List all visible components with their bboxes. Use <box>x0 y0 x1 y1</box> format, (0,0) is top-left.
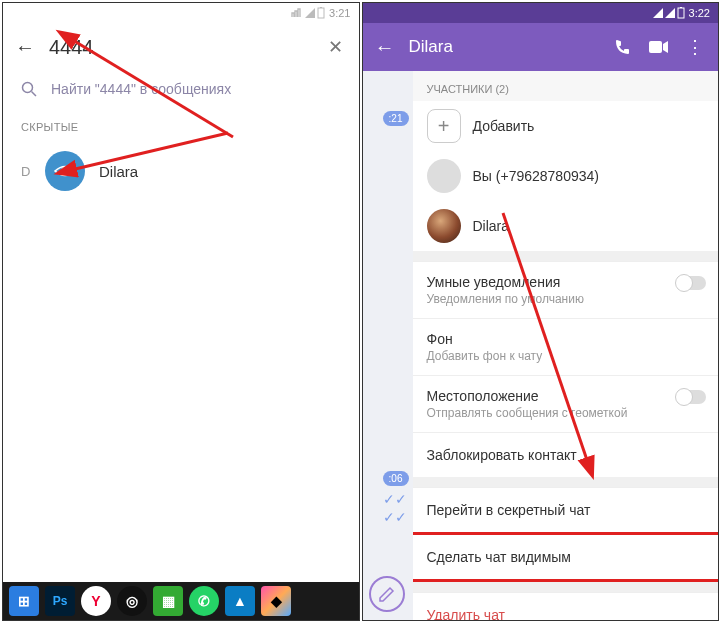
setting-subtitle: Уведомления по умолчанию <box>427 292 705 306</box>
participants-header: УЧАСТНИКИ (2) <box>413 71 719 101</box>
app-icon[interactable]: ▦ <box>153 586 183 616</box>
call-icon[interactable] <box>612 36 634 58</box>
app-yandex-icon[interactable]: Y <box>81 586 111 616</box>
avatar-placeholder-icon <box>427 159 461 193</box>
app-whatsapp-icon[interactable]: ✆ <box>189 586 219 616</box>
toggle-switch[interactable] <box>676 390 706 404</box>
app-photoshop-icon[interactable]: Ps <box>45 586 75 616</box>
svg-point-4 <box>62 168 68 174</box>
member-row[interactable]: Dilara <box>413 201 719 251</box>
taskbar: ⊞ Ps Y ◎ ▦ ✆ ▲ ◆ <box>3 582 359 620</box>
chat-info-body: :21 :06 ✓✓ ✓✓ УЧАСТНИКИ (2) + Добавить В… <box>363 71 719 620</box>
search-icon <box>21 81 37 97</box>
back-arrow-icon[interactable]: ← <box>15 36 35 59</box>
clear-icon[interactable]: ✕ <box>324 36 347 58</box>
svg-rect-9 <box>649 41 662 53</box>
index-letter: D <box>21 164 31 179</box>
phone-left: 3:21 ← ✕ Найти "4444" в сообщениях СКРЫТ… <box>2 2 360 621</box>
app-icon[interactable]: ◎ <box>117 586 147 616</box>
setting-title: Фон <box>427 331 705 347</box>
svg-rect-8 <box>680 7 682 8</box>
setting-title: Местоположение <box>427 388 705 404</box>
hidden-section-header: СКРЫТЫЕ <box>3 107 359 141</box>
back-arrow-icon[interactable]: ← <box>375 36 395 59</box>
compose-button[interactable] <box>369 576 405 612</box>
chat-preview-strip: :21 :06 ✓✓ ✓✓ <box>363 71 413 620</box>
chat-toolbar: ← Dilara ⋮ <box>363 23 719 71</box>
delete-chat[interactable]: Удалить чат <box>413 592 719 620</box>
read-checks-icon: ✓✓ <box>383 491 407 507</box>
status-time: 3:21 <box>329 7 350 19</box>
svg-point-2 <box>23 83 33 93</box>
toggle-switch[interactable] <box>676 276 706 290</box>
svg-line-3 <box>32 92 37 97</box>
status-time: 3:22 <box>689 7 710 19</box>
search-hint-text: Найти "4444" в сообщениях <box>51 81 231 97</box>
time-badge: :06 <box>383 471 409 486</box>
member-row[interactable]: Вы (+79628780934) <box>413 151 719 201</box>
app-icon[interactable]: ▲ <box>225 586 255 616</box>
status-bar: 3:22 <box>363 3 719 23</box>
status-icons <box>653 7 685 19</box>
add-label: Добавить <box>473 118 535 134</box>
contact-name: Dilara <box>99 163 138 180</box>
plus-icon: + <box>427 109 461 143</box>
location-row[interactable]: Местоположение Отправлять сообщения с ге… <box>413 375 719 432</box>
avatar <box>427 209 461 243</box>
read-checks-icon: ✓✓ <box>383 509 407 525</box>
search-in-messages[interactable]: Найти "4444" в сообщениях <box>3 71 359 107</box>
setting-subtitle: Добавить фон к чату <box>427 349 705 363</box>
time-badge: :21 <box>383 111 409 126</box>
status-icons <box>291 7 325 19</box>
svg-rect-0 <box>318 8 324 18</box>
member-name: Dilara <box>473 218 510 234</box>
svg-rect-7 <box>678 8 684 18</box>
secret-chat[interactable]: Перейти в секретный чат <box>413 487 719 532</box>
block-contact[interactable]: Заблокировать контакт <box>413 432 719 477</box>
more-icon[interactable]: ⋮ <box>684 36 706 58</box>
svg-rect-1 <box>320 7 322 8</box>
search-input[interactable] <box>49 36 310 59</box>
hidden-avatar <box>45 151 85 191</box>
chat-title: Dilara <box>409 37 599 57</box>
phone-right: 3:22 ← Dilara ⋮ :21 :06 ✓✓ ✓✓ УЧАСТНИКИ … <box>362 2 720 621</box>
make-visible[interactable]: Сделать чат видимым <box>413 532 719 582</box>
background-row[interactable]: Фон Добавить фон к чату <box>413 318 719 375</box>
status-bar: 3:21 <box>3 3 359 23</box>
app-icon[interactable]: ◆ <box>261 586 291 616</box>
app-icon[interactable]: ⊞ <box>9 586 39 616</box>
setting-title: Умные уведомления <box>427 274 705 290</box>
pencil-icon <box>378 585 396 603</box>
eye-icon <box>54 164 76 178</box>
info-panel: УЧАСТНИКИ (2) + Добавить Вы (+7962878093… <box>413 71 719 620</box>
smart-notifications-row[interactable]: Умные уведомления Уведомления по умолчан… <box>413 261 719 318</box>
video-icon[interactable] <box>648 36 670 58</box>
member-you: Вы (+79628780934) <box>473 168 599 184</box>
contact-item[interactable]: D Dilara <box>3 141 359 201</box>
add-member-row[interactable]: + Добавить <box>413 101 719 151</box>
search-toolbar: ← ✕ <box>3 23 359 71</box>
setting-subtitle: Отправлять сообщения с геометкой <box>427 406 705 420</box>
